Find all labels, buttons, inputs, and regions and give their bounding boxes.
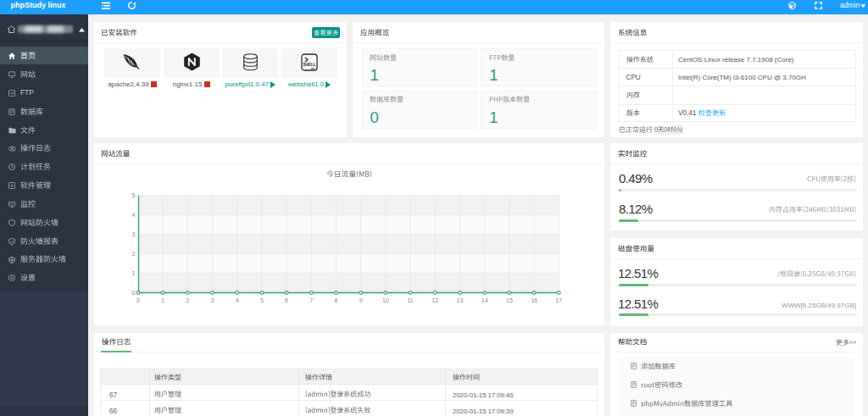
svg-text:12: 12 (431, 297, 438, 304)
svg-text:3: 3 (211, 297, 214, 304)
svg-text:14: 14 (481, 297, 488, 304)
svg-text:8: 8 (335, 297, 338, 304)
svg-text:0: 0 (136, 297, 140, 304)
svg-text:17: 17 (555, 297, 562, 304)
svg-text:4: 4 (132, 212, 136, 219)
svg-text:2: 2 (132, 251, 136, 258)
svg-text:0: 0 (132, 290, 136, 297)
svg-text:4: 4 (236, 297, 239, 304)
svg-text:3: 3 (132, 231, 136, 238)
svg-text:7: 7 (309, 297, 313, 304)
svg-text:5: 5 (132, 192, 136, 199)
svg-text:9: 9 (359, 297, 363, 304)
svg-text:1: 1 (132, 270, 136, 277)
svg-text:11: 11 (407, 297, 413, 304)
svg-text:13: 13 (457, 297, 464, 304)
svg-text:10: 10 (382, 297, 389, 304)
svg-text:5: 5 (260, 297, 264, 304)
svg-text:1: 1 (161, 297, 164, 304)
svg-text:2: 2 (186, 297, 189, 304)
svg-text:6: 6 (285, 297, 288, 304)
svg-text:15: 15 (506, 297, 513, 304)
svg-text:16: 16 (531, 297, 537, 304)
svg-text:SHELL: SHELL (303, 62, 315, 66)
